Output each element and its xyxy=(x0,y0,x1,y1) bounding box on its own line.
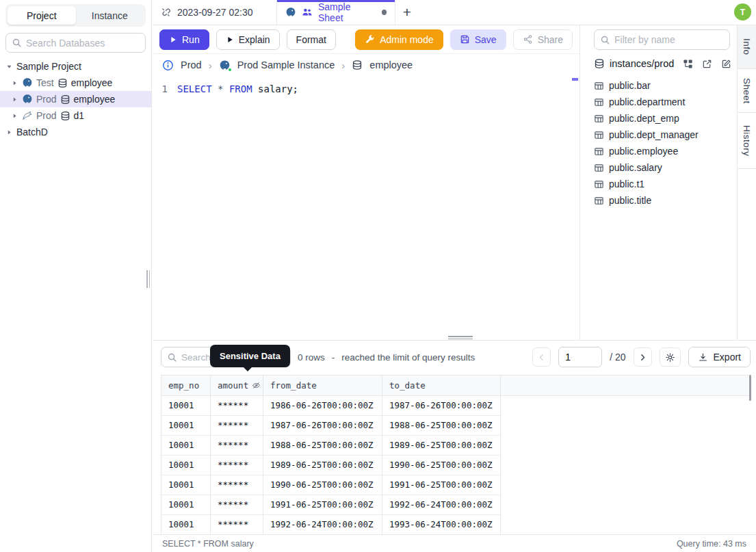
breadcrumb-environment[interactable]: Prod xyxy=(181,60,202,70)
table-list-item[interactable]: public.employee xyxy=(594,143,730,159)
save-icon xyxy=(460,34,470,44)
tree-item-test-employee[interactable]: Test employee xyxy=(0,75,151,91)
explain-button[interactable]: Explain xyxy=(216,29,280,50)
sheet-tab-label: Sample Sheet xyxy=(318,1,369,23)
table-row[interactable]: 10001******1992-06-24T00:00:00Z1993-06-2… xyxy=(161,515,501,535)
page-number-input[interactable] xyxy=(558,347,602,367)
filter-by-name-input[interactable] xyxy=(614,34,724,45)
admin-mode-button[interactable]: Admin mode xyxy=(355,29,443,50)
caret-right-icon[interactable] xyxy=(11,112,18,120)
sql-editor-app: Project Instance Sample Project Test emp… xyxy=(0,0,756,552)
sidebar-resize-handle[interactable] xyxy=(146,270,151,288)
worksheet-timestamp-label: 2023-09-27 02:30 xyxy=(177,7,253,18)
table-list-item[interactable]: public.bar xyxy=(594,77,730,94)
breadcrumb-database[interactable]: employee xyxy=(369,60,413,70)
prev-page-button[interactable] xyxy=(532,347,551,367)
gear-icon xyxy=(665,352,675,363)
table-row[interactable]: 10001******1991-06-25T00:00:00Z1992-06-2… xyxy=(161,495,501,515)
rail-tab-info[interactable]: Info xyxy=(738,25,756,69)
column-header-filler xyxy=(501,376,750,395)
table-row[interactable]: 10001******1987-06-26T00:00:00Z1988-06-2… xyxy=(161,416,501,436)
table-row[interactable]: 10001******1989-06-25T00:00:00Z1990-06-2… xyxy=(161,456,501,475)
table-row[interactable]: 10001******1986-06-26T00:00:00Z1987-06-2… xyxy=(161,396,501,416)
new-tab-button[interactable]: + xyxy=(395,0,419,25)
caret-right-icon[interactable] xyxy=(11,79,18,87)
worksheet-tabbar: 2023-09-27 02:30 Sample Sheet + T xyxy=(153,0,756,25)
results-resize-handle[interactable] xyxy=(448,336,473,340)
sql-operator: * xyxy=(218,83,223,94)
avatar[interactable]: T xyxy=(734,3,751,21)
postgres-icon xyxy=(22,77,33,88)
rail-tab-sheet[interactable]: Sheet xyxy=(738,69,756,113)
table-list-item[interactable]: public.salary xyxy=(594,159,730,176)
column-header[interactable]: from_date xyxy=(263,376,382,395)
query-results-panel: 0 rows - reached the limit of query resu… xyxy=(153,340,756,534)
schema-path-label: instances/prod xyxy=(610,58,674,69)
table-icon xyxy=(594,97,604,107)
tab-project[interactable]: Project xyxy=(8,6,76,25)
tree-item-prod-employee[interactable]: Prod employee xyxy=(0,91,151,107)
edit-icon[interactable] xyxy=(721,59,731,69)
result-settings-button[interactable] xyxy=(660,347,681,367)
table-list-item[interactable]: public.title xyxy=(594,192,730,209)
rail-tab-history[interactable]: History xyxy=(738,113,756,169)
table-list-item[interactable]: public.dept_manager xyxy=(594,127,730,143)
table-icon xyxy=(594,146,604,157)
table-icon xyxy=(594,163,604,173)
table-list-item[interactable]: public.t1 xyxy=(594,176,730,192)
info-icon[interactable] xyxy=(162,60,174,71)
database-icon xyxy=(60,94,70,105)
search-databases-input[interactable] xyxy=(26,38,140,49)
table-scrollbar-thumb[interactable] xyxy=(749,375,752,401)
export-button[interactable]: Export xyxy=(688,347,751,367)
column-header[interactable]: amount xyxy=(211,376,263,395)
table-icon xyxy=(594,130,604,140)
tree-project-sample[interactable]: Sample Project xyxy=(0,58,151,75)
postgres-icon xyxy=(22,94,33,105)
sql-code-editor[interactable]: 1 SELECT * FROM salary; xyxy=(153,76,579,340)
code-line[interactable]: 1 SELECT * FROM salary; xyxy=(153,81,579,96)
schema-panel: instances/prod public.bar public.departm… xyxy=(579,25,737,340)
page-total-label: / 20 xyxy=(610,352,625,363)
caret-right-icon[interactable] xyxy=(5,129,13,136)
caret-down-icon[interactable] xyxy=(5,63,13,70)
share-button[interactable]: Share xyxy=(513,29,573,50)
postgres-icon xyxy=(285,7,296,18)
next-page-button[interactable] xyxy=(634,347,652,367)
right-rail: Info Sheet History xyxy=(737,25,756,340)
tab-sample-sheet[interactable]: Sample Sheet xyxy=(277,0,395,25)
save-button[interactable]: Save xyxy=(450,29,506,50)
database-tree: Sample Project Test employee Prod employ… xyxy=(0,58,151,140)
tree-project-batchd[interactable]: BatchD xyxy=(0,124,151,140)
editor-overview-ruler-mark xyxy=(572,78,578,81)
breadcrumb-instance[interactable]: Prod Sample Instance xyxy=(237,60,335,70)
connection-breadcrumb: Prod › Prod Sample Instance › employee xyxy=(153,54,579,76)
column-header[interactable]: emp_no xyxy=(161,376,211,395)
database-name: employee xyxy=(71,77,113,88)
external-link-icon[interactable] xyxy=(702,59,712,69)
caret-right-icon[interactable] xyxy=(11,96,18,103)
query-time-label: Query time: 43 ms xyxy=(677,539,746,549)
chevron-right-icon: › xyxy=(341,60,345,71)
download-icon xyxy=(698,352,708,363)
sql-keyword: SELECT xyxy=(177,83,212,94)
table-list-item[interactable]: public.dept_emp xyxy=(594,110,730,127)
environment-label: Prod xyxy=(36,110,57,121)
share-icon xyxy=(523,34,533,44)
eye-off-icon xyxy=(252,381,261,390)
status-bar: SELECT * FROM salary Query time: 43 ms xyxy=(153,534,756,552)
table-row[interactable]: 10001******1988-06-25T00:00:00Z1989-06-2… xyxy=(161,436,501,456)
tab-instance[interactable]: Instance xyxy=(76,6,144,25)
schema-diagram-icon[interactable] xyxy=(683,59,693,69)
result-table: emp_no amount from_date to_date 10001***… xyxy=(161,375,751,535)
search-icon xyxy=(600,35,610,45)
table-row[interactable]: 10001******1990-06-25T00:00:00Z1991-06-2… xyxy=(161,475,501,495)
database-search-box xyxy=(5,33,146,53)
run-button[interactable]: Run xyxy=(159,29,209,50)
format-button[interactable]: Format xyxy=(287,29,336,50)
table-list-item[interactable]: public.department xyxy=(594,94,730,110)
column-header[interactable]: to_date xyxy=(382,376,501,395)
shared-people-icon xyxy=(302,7,313,18)
tab-worksheet-timestamp[interactable]: 2023-09-27 02:30 xyxy=(153,0,277,25)
tree-item-prod-d1[interactable]: Prod d1 xyxy=(0,107,151,124)
